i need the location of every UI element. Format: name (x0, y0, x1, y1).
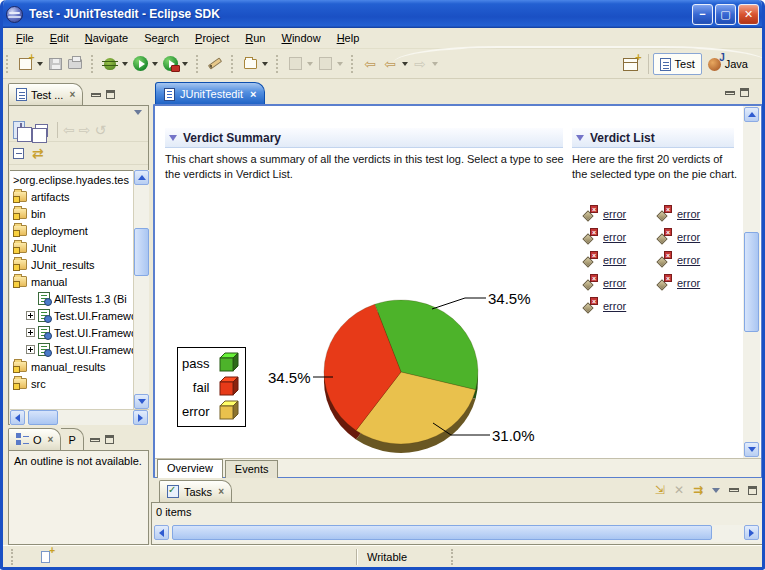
minimize-editor-icon[interactable] (725, 91, 735, 95)
tab-outline[interactable]: O × (8, 428, 61, 450)
close-editor-icon[interactable]: × (250, 88, 256, 100)
navigator-hscroll-thumb[interactable] (28, 410, 58, 425)
external-tools-dropdown-icon[interactable] (182, 62, 188, 66)
error-verdict-link[interactable]: error (603, 208, 626, 220)
collapse-all-icon[interactable] (13, 148, 24, 159)
menu-project[interactable]: Project (187, 30, 237, 46)
close-window-button[interactable]: ✕ (738, 4, 759, 25)
error-verdict-link[interactable]: error (677, 277, 700, 289)
tree-item-test-ui-framewo[interactable]: Test.UI.Framewo (10, 341, 133, 358)
menu-edit[interactable]: Edit (42, 30, 77, 46)
tree-item-manual-results[interactable]: manual_results (10, 358, 133, 375)
minimize-window-button[interactable]: − (692, 4, 713, 25)
legend-row-fail[interactable]: fail (182, 375, 239, 399)
add-task-icon[interactable]: ⇲ (655, 483, 665, 497)
editor-scroll-down-icon[interactable] (744, 442, 759, 457)
tree-item-artifacts[interactable]: artifacts (10, 188, 133, 205)
previous-annotation-button[interactable] (315, 53, 335, 75)
menu-file[interactable]: File (8, 30, 42, 46)
expand-icon[interactable] (26, 328, 35, 337)
navigator-horizontal-scrollbar[interactable] (10, 409, 149, 425)
tab-junittestedit[interactable]: JUnitTestedit × (155, 82, 265, 105)
error-verdict-link[interactable]: error (677, 231, 700, 243)
menu-run[interactable]: Run (237, 30, 273, 46)
new-dropdown-icon[interactable] (37, 62, 43, 66)
tab-tasks[interactable]: Tasks × (159, 480, 232, 502)
perspective-test-button[interactable]: Test (653, 53, 702, 75)
view-menu-icon[interactable] (134, 110, 142, 115)
tasks-scroll-left-icon[interactable] (154, 525, 169, 540)
maximize-tasks-icon[interactable] (748, 486, 757, 495)
show-test-suites-icon[interactable] (35, 124, 48, 137)
legend-row-error[interactable]: error (182, 399, 239, 423)
mark-occurrences-button[interactable] (205, 53, 225, 75)
menu-window[interactable]: Window (273, 30, 328, 46)
error-verdict-link[interactable]: error (603, 277, 626, 289)
tree-item-test-ui-framewo[interactable]: Test.UI.Framewo (10, 307, 133, 324)
open-perspective-icon[interactable] (623, 58, 638, 71)
editor-vertical-scrollbar[interactable] (743, 106, 760, 458)
editor-scroll-up-icon[interactable] (744, 107, 759, 122)
minimize-tasks-icon[interactable] (729, 488, 739, 492)
filter-tasks-icon[interactable]: ⇉ (693, 483, 703, 497)
tab-test-navigator[interactable]: Test ... × (8, 83, 83, 105)
close-view-icon[interactable]: × (69, 89, 75, 100)
menu-search[interactable]: Search (136, 30, 187, 46)
open-snippet-button[interactable] (240, 53, 260, 75)
menu-navigate[interactable]: Navigate (77, 30, 136, 46)
run-external-tools-button[interactable] (160, 53, 180, 75)
tree-item-junit-results[interactable]: JUnit_results (10, 256, 133, 273)
link-with-editor-button[interactable] (13, 121, 25, 139)
close-outline-icon[interactable]: × (48, 434, 54, 445)
tab-events[interactable]: Events (225, 460, 279, 478)
debug-dropdown-icon[interactable] (122, 62, 128, 66)
error-verdict-link[interactable]: error (677, 208, 700, 220)
minimize-outline-icon[interactable] (90, 438, 100, 442)
scroll-down-icon[interactable] (134, 394, 149, 409)
scroll-right-icon[interactable] (133, 410, 148, 425)
error-verdict-link[interactable]: error (603, 231, 626, 243)
tasks-scroll-right-icon[interactable] (744, 525, 759, 540)
error-verdict-link[interactable]: error (677, 254, 700, 266)
tasks-menu-icon[interactable] (712, 488, 720, 493)
tree-item-manual[interactable]: manual (10, 273, 133, 290)
maximize-editor-icon[interactable] (740, 88, 749, 97)
tree-item-src[interactable]: src (10, 375, 133, 392)
chart-legend[interactable]: passfailerror (177, 347, 246, 427)
tab-properties[interactable]: P (61, 428, 83, 450)
fast-view-icon[interactable] (41, 551, 50, 563)
tree-item-deployment[interactable]: deployment (10, 222, 133, 239)
twistie-icon[interactable] (169, 135, 177, 141)
tasks-horizontal-scrollbar[interactable] (154, 525, 760, 542)
error-verdict-link[interactable]: error (603, 300, 626, 312)
snippet-dropdown-icon[interactable] (262, 62, 268, 66)
back-dropdown-icon[interactable] (402, 62, 408, 66)
tree-item-alltests-1-3-bi[interactable]: AllTests 1.3 (Bi (10, 290, 133, 307)
tree-item-test-ui-framewo[interactable]: Test.UI.Framewo (10, 324, 133, 341)
debug-button[interactable] (100, 53, 120, 75)
editor-scroll-thumb[interactable] (744, 232, 759, 332)
error-verdict-link[interactable]: error (603, 254, 626, 266)
save-button[interactable] (45, 53, 65, 75)
next-annotation-button[interactable] (285, 53, 305, 75)
run-button[interactable] (130, 53, 150, 75)
maximize-outline-icon[interactable] (105, 435, 114, 444)
navigator-vertical-scrollbar[interactable] (133, 170, 149, 409)
verdict-list-header[interactable]: Verdict List (572, 128, 734, 148)
verdict-summary-header[interactable]: Verdict Summary (165, 128, 563, 148)
navigator-scroll-thumb[interactable] (134, 228, 149, 276)
close-tasks-icon[interactable]: × (218, 486, 224, 497)
expand-icon[interactable] (26, 311, 35, 320)
twistie-icon[interactable] (576, 135, 584, 141)
maximize-window-button[interactable]: ▢ (715, 4, 736, 25)
maximize-view-icon[interactable] (106, 90, 115, 99)
menu-help[interactable]: Help (329, 30, 368, 46)
back-button[interactable]: ⇦ (380, 53, 400, 75)
new-wizard-button[interactable] (15, 53, 35, 75)
legend-row-pass[interactable]: pass (182, 351, 239, 375)
minimize-view-icon[interactable] (91, 93, 101, 97)
print-button[interactable] (65, 53, 85, 75)
tree-item-bin[interactable]: bin (10, 205, 133, 222)
perspective-java-button[interactable]: Java (702, 53, 754, 75)
scroll-left-icon[interactable] (10, 410, 25, 425)
